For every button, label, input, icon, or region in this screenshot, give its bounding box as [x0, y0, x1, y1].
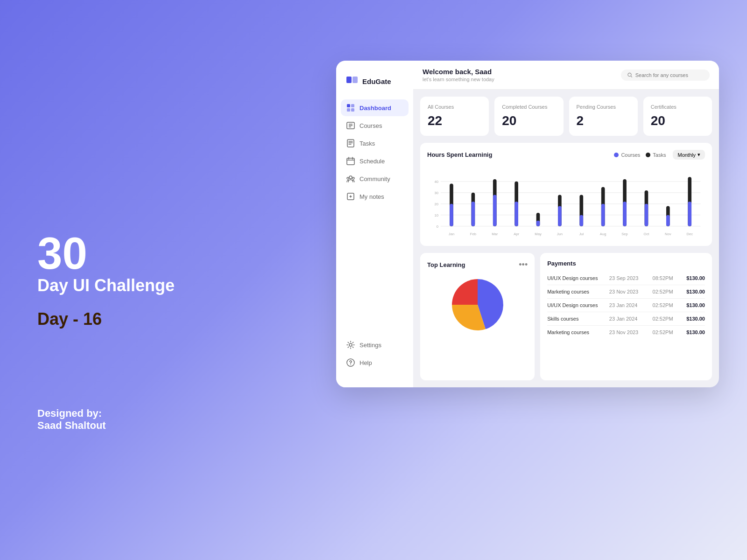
stat-value: 20	[502, 113, 556, 128]
legend-label: Courses	[621, 152, 640, 158]
svg-rect-4	[347, 108, 350, 112]
svg-text:30: 30	[434, 191, 438, 195]
header: Welcome back, Saad let's learn something…	[413, 61, 719, 90]
challenge-line1: Day UI Challenge	[37, 276, 175, 295]
payments-title: Payments	[547, 260, 705, 267]
sidebar-label-dashboard: Dashboard	[359, 105, 391, 112]
svg-rect-61	[623, 202, 627, 226]
payment-time: 02:52PM	[653, 289, 681, 294]
payment-amount: $130.00	[686, 275, 705, 281]
payment-name: UI/UX Design courses	[547, 275, 603, 281]
payment-amount: $130.00	[686, 302, 705, 308]
sidebar-item-tasks[interactable]: Tasks	[341, 135, 409, 152]
sidebar-nav: Dashboard Courses Tasks Schedule Communi…	[336, 99, 413, 336]
sidebar-item-courses[interactable]: Courses	[341, 117, 409, 134]
sidebar-label-courses: Courses	[359, 122, 382, 129]
sidebar-bottom: Settings Help	[336, 336, 413, 378]
svg-text:May: May	[535, 232, 542, 236]
sidebar-label-tasks: Tasks	[359, 140, 375, 147]
monthly-button[interactable]: Monthly ▾	[673, 150, 705, 160]
sidebar-label-schedule: Schedule	[359, 158, 385, 165]
svg-rect-11	[347, 158, 354, 165]
payment-time: 02:52PM	[653, 329, 681, 335]
pie-container	[427, 274, 528, 335]
stat-label: Certificates	[651, 104, 705, 110]
svg-text:Dec: Dec	[686, 232, 693, 236]
svg-text:Aug: Aug	[600, 232, 606, 236]
sidebar-item-my-notes[interactable]: My notes	[341, 188, 409, 205]
sidebar-label-community: Community	[359, 175, 390, 182]
svg-rect-2	[347, 104, 350, 107]
payment-row: UI/UX Design courses 23 Sep 2023 08:52PM…	[547, 272, 705, 285]
main-content: Welcome back, Saad let's learn something…	[413, 61, 719, 387]
sidebar-label-help: Help	[359, 359, 372, 366]
svg-point-21	[349, 343, 352, 346]
svg-text:Feb: Feb	[470, 232, 476, 236]
svg-point-24	[628, 73, 631, 76]
bottom-row: Top Learning ••• Payments UI/UX Design c…	[420, 253, 712, 380]
sidebar-item-schedule[interactable]: Schedule	[341, 153, 409, 169]
settings-icon	[346, 341, 355, 349]
search-bar[interactable]	[621, 70, 710, 81]
svg-rect-10	[347, 140, 354, 147]
search-input[interactable]	[635, 72, 703, 78]
svg-rect-64	[645, 204, 648, 226]
stat-card: Certificates 20	[643, 97, 712, 136]
svg-rect-70	[688, 202, 691, 226]
svg-rect-43	[493, 195, 497, 226]
svg-text:Sep: Sep	[621, 232, 628, 236]
svg-text:Jan: Jan	[449, 232, 454, 236]
sidebar: EduGate Dashboard Courses Tasks Schedule…	[336, 61, 413, 387]
stat-value: 2	[577, 113, 630, 128]
sidebar-item-help[interactable]: Help	[341, 354, 409, 371]
schedule-icon	[346, 157, 355, 165]
stat-value: 22	[428, 113, 481, 128]
svg-rect-49	[536, 221, 540, 226]
search-icon	[627, 72, 633, 78]
payment-row: Skills courses 23 Jan 2024 02:52PM $130.…	[547, 312, 705, 326]
dashboard-icon	[346, 104, 355, 112]
svg-text:Apr: Apr	[514, 232, 519, 236]
help-icon	[346, 358, 355, 367]
chart-header: Hours Spent Learninig Courses Tasks Mont…	[427, 150, 705, 160]
courses-icon	[346, 121, 355, 130]
svg-text:Nov: Nov	[665, 232, 671, 236]
payment-date: 23 Jan 2024	[609, 316, 647, 322]
pie-card-title: Top Learning	[427, 261, 465, 268]
stat-card: Pending Courses 2	[569, 97, 638, 136]
svg-text:Mar: Mar	[492, 232, 498, 236]
svg-point-16	[347, 177, 349, 179]
stat-card: All Courses 22	[420, 97, 489, 136]
logo: EduGate	[336, 70, 413, 99]
payment-time: 02:52PM	[653, 316, 681, 322]
dashboard-container: EduGate Dashboard Courses Tasks Schedule…	[336, 61, 719, 387]
logo-text: EduGate	[362, 77, 391, 85]
pie-card-header: Top Learning •••	[427, 260, 528, 270]
sidebar-label-my-notes: My notes	[359, 193, 384, 200]
svg-rect-46	[514, 202, 518, 226]
challenge-line2: Day - 16	[37, 309, 175, 329]
sidebar-item-dashboard[interactable]: Dashboard	[341, 99, 409, 116]
payment-date: 23 Sep 2023	[609, 275, 647, 281]
payments-card: Payments UI/UX Design courses 23 Sep 202…	[540, 253, 712, 380]
payment-row: Marketing courses 23 Nov 2023 02:52PM $1…	[547, 326, 705, 339]
content-area: All Courses 22 Completed Courses 20 Pend…	[413, 90, 719, 387]
payment-amount: $130.00	[686, 329, 705, 335]
tasks-icon	[346, 139, 355, 147]
stat-value: 20	[651, 113, 705, 128]
sidebar-item-settings[interactable]: Settings	[341, 336, 409, 353]
sidebar-item-community[interactable]: Community	[341, 170, 409, 187]
payment-amount: $130.00	[686, 289, 705, 294]
svg-text:Oct: Oct	[643, 232, 649, 236]
dots-menu-button[interactable]: •••	[519, 260, 528, 270]
stats-row: All Courses 22 Completed Courses 20 Pend…	[420, 97, 712, 136]
greeting-subtitle: let's learn something new today	[423, 77, 494, 82]
pie-card: Top Learning •••	[420, 253, 535, 380]
svg-point-17	[352, 177, 354, 179]
payment-name: Marketing courses	[547, 329, 603, 335]
legend-dot	[614, 153, 619, 157]
pie-chart-svg	[447, 274, 508, 335]
stat-label: Pending Courses	[577, 104, 630, 110]
stat-card: Completed Courses 20	[494, 97, 563, 136]
legend-label: Tasks	[653, 152, 666, 158]
